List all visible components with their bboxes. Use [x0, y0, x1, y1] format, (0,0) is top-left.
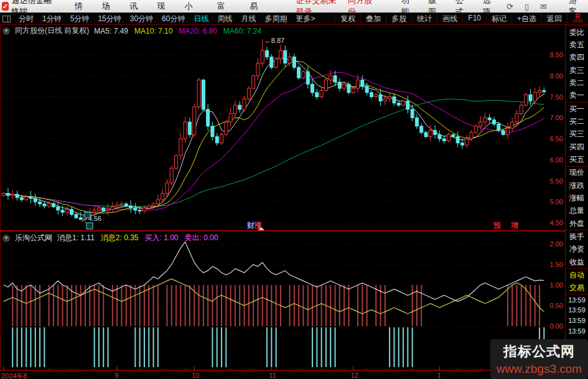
date-label: 2024年8	[1, 372, 27, 379]
sidebar-field-涨幅: 涨幅	[566, 192, 588, 204]
chart-button-标记[interactable]: 标记	[486, 14, 511, 24]
period-tab-多周期[interactable]: 多周期	[260, 14, 291, 24]
candle-body	[70, 209, 73, 214]
candle-body	[370, 93, 373, 97]
candle-body	[120, 204, 123, 205]
chart-button-F10[interactable]: F10	[462, 14, 486, 24]
sidebar-field-涨跌: 涨跌	[566, 179, 588, 192]
candle-body	[292, 57, 296, 67]
date-label: 1	[437, 372, 441, 379]
main-chart-title: 同方股份(日线 前复权)	[15, 26, 89, 36]
chart-button-统计[interactable]: 统计	[411, 14, 437, 24]
chart-button-画线[interactable]: 画线	[437, 14, 462, 24]
collapse-chevron-icon[interactable]: ▾	[2, 27, 10, 35]
top-menu-bar: ✓ 通达信金融终端 行情市场资讯发现问小达财富圈交易 证券交易未登录 同方股份 …	[0, 0, 588, 13]
candle-body	[520, 105, 523, 114]
candle-body	[142, 208, 146, 211]
period-tab-60分钟[interactable]: 60分钟	[157, 14, 189, 24]
sidebar-tab-自动[interactable]: 自动	[566, 268, 588, 281]
margin-marker-r: R	[567, 14, 588, 19]
indicator-label: 消息2: 0.35	[101, 233, 139, 243]
ma-label: MA20: 6.80	[179, 27, 217, 35]
collapse-chevron-icon[interactable]: ▾	[2, 235, 10, 242]
period-tab-日线[interactable]: 日线	[189, 14, 213, 24]
watermark-site-name: 指标公式网	[503, 342, 575, 361]
mobile-icon[interactable]: ▯	[519, 2, 534, 11]
ma-label: MA10: 7.10	[134, 27, 172, 35]
candle-body	[511, 122, 514, 128]
period-tabs: 分时1分钟5分钟15分钟30分钟60分钟日线周线月线多周期更多>	[14, 14, 319, 24]
candle-body	[261, 50, 264, 63]
ma20-line	[4, 73, 544, 211]
candle-body	[170, 168, 173, 183]
candle-body	[393, 97, 396, 103]
price-axis-label: 4.50	[550, 219, 563, 227]
candle-body	[411, 110, 414, 118]
chart-left-frame	[0, 25, 1, 372]
candle-body	[429, 131, 432, 137]
chart-button-复权[interactable]: 复权	[335, 14, 360, 24]
high-price-label: ←8.87	[264, 37, 284, 44]
indicator-value-labels: 消息1: 1.11消息2: 0.35买入: 1.00卖出: 0.00	[57, 233, 218, 243]
candle-body	[93, 210, 96, 212]
candle-body	[297, 67, 301, 78]
candle-body	[2, 194, 5, 195]
candle-body	[220, 134, 223, 143]
tick-time-row: 13:59	[566, 316, 588, 326]
period-tab-30分钟[interactable]: 30分钟	[126, 14, 157, 24]
indicator-axis-label: 1.00	[550, 281, 563, 289]
indicator-axis-label: 1.50	[550, 261, 563, 268]
chart-button-+自选[interactable]: +自选	[511, 14, 541, 24]
candle-body	[184, 122, 187, 139]
period-tab-15分钟[interactable]: 15分钟	[93, 14, 125, 24]
indicator-chart[interactable]: 2.001.501.000.500.000.50	[0, 232, 565, 372]
candle-body	[315, 93, 319, 97]
candle-body	[129, 206, 133, 208]
sidebar-tab-交易[interactable]: 交易	[566, 282, 588, 294]
candle-body	[243, 99, 246, 110]
refresh-icon[interactable]: ⟳	[501, 2, 519, 11]
candle-body	[138, 210, 141, 211]
period-tab-周线[interactable]: 周线	[213, 14, 236, 24]
indicator-title: 乐淘公式网	[15, 233, 52, 243]
indicator-axis-label: 0.00	[550, 322, 563, 330]
period-tab-5分钟[interactable]: 5分钟	[66, 14, 94, 24]
period-tab-更多>[interactable]: 更多>	[291, 14, 319, 24]
candle-body	[152, 204, 155, 206]
candle-body	[357, 80, 360, 89]
candle-body	[365, 87, 368, 93]
mail-icon[interactable]: ✉	[534, 2, 553, 11]
sidebar-field-卖一: 卖一	[566, 90, 588, 102]
layout-split-icon[interactable]	[2, 16, 11, 22]
period-tab-1分钟[interactable]: 1分钟	[38, 14, 66, 24]
event-flag-icon	[86, 223, 93, 229]
main-candlestick-chart[interactable]: 8.508.007.507.006.506.005.505.004.50←8.8…	[0, 25, 565, 230]
candle-body	[456, 137, 459, 143]
msg1-line	[4, 242, 544, 302]
chart-button-叠加[interactable]: 叠加	[360, 14, 386, 24]
sidebar-field-卖五: 卖五	[566, 39, 588, 51]
chart-button-返回[interactable]: 返回	[541, 14, 567, 24]
period-tab-月线[interactable]: 月线	[236, 14, 260, 24]
sidebar-field-现价: 现价	[566, 166, 588, 179]
candle-body	[256, 63, 259, 76]
candle-body	[279, 50, 282, 59]
watermark-url: www.zbgs3.com	[497, 362, 582, 376]
candle-body	[61, 210, 64, 212]
date-label: 12	[351, 372, 358, 379]
candle-body	[197, 80, 200, 107]
indicator-label: 卖出: 0.00	[185, 233, 218, 243]
chart-button-多股[interactable]: 多股	[386, 14, 411, 24]
candle-body	[134, 208, 137, 210]
candle-body	[361, 80, 364, 87]
sidebar-field-外盘: 外盘	[566, 217, 588, 230]
price-axis-label: 7.50	[550, 93, 563, 101]
candle-body	[543, 90, 546, 91]
period-tab-分时[interactable]: 分时	[14, 14, 38, 24]
candle-body	[302, 72, 305, 78]
candle-body	[420, 126, 423, 133]
candle-body	[161, 194, 164, 200]
candle-body	[506, 128, 509, 134]
ma-label: MA5: 7.49	[94, 27, 128, 35]
margin-marker-sub: 1000	[567, 19, 588, 24]
